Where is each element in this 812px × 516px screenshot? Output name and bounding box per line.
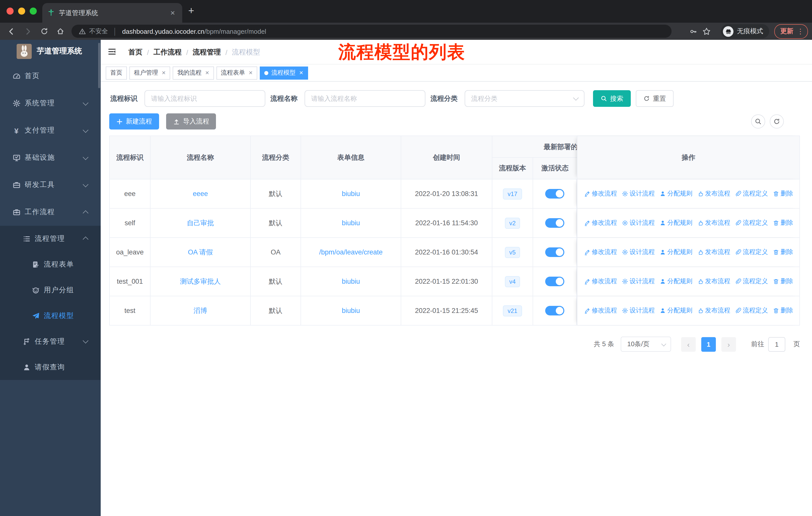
action-设计流程[interactable]: 设计流程 <box>621 277 655 286</box>
process-name-link[interactable]: OA 请假 <box>188 248 213 257</box>
sidebar-item-流程管理[interactable]: 流程管理 <box>0 226 101 251</box>
browser-tab[interactable]: 芋道管理系统 ✕ <box>42 3 182 23</box>
action-分配规则[interactable]: 分配规则 <box>659 189 692 198</box>
import-process-button[interactable]: 导入流程 <box>166 113 216 130</box>
forward-icon[interactable] <box>24 27 32 35</box>
sidebar-item-系统管理[interactable]: 系统管理 <box>0 90 101 117</box>
sidebar-scrollbar[interactable] <box>98 43 100 88</box>
action-流程定义[interactable]: 流程定义 <box>735 277 768 286</box>
form-info-link[interactable]: /bpm/oa/leave/create <box>319 248 383 256</box>
action-流程定义[interactable]: 流程定义 <box>735 306 768 315</box>
toggle-search-button[interactable] <box>751 114 765 129</box>
tag-我的流程[interactable]: 我的流程✕ <box>173 66 214 79</box>
page-1-button[interactable]: 1 <box>701 337 716 351</box>
tag-close-icon[interactable]: ✕ <box>249 70 253 76</box>
breadcrumb-item[interactable]: 首页 <box>128 48 142 57</box>
window-controls[interactable] <box>6 7 37 15</box>
action-设计流程[interactable]: 设计流程 <box>621 219 655 227</box>
sidebar-item-支付管理[interactable]: ¥支付管理 <box>0 117 101 144</box>
search-button[interactable]: 搜索 <box>593 90 631 107</box>
active-status-toggle[interactable] <box>545 218 564 228</box>
action-修改流程[interactable]: 修改流程 <box>584 277 617 286</box>
form-info-link[interactable]: biubiu <box>342 278 360 285</box>
tag-租户管理[interactable]: 租户管理✕ <box>129 66 170 79</box>
key-icon[interactable] <box>690 27 697 35</box>
reload-icon[interactable] <box>40 27 48 35</box>
process-name-input[interactable] <box>304 90 425 107</box>
action-发布流程[interactable]: 发布流程 <box>697 189 730 198</box>
process-name-link[interactable]: 滔博 <box>194 306 207 315</box>
process-category-select[interactable]: 流程分类 <box>465 90 584 107</box>
action-删除[interactable]: 删除 <box>773 277 793 286</box>
action-删除[interactable]: 删除 <box>773 189 793 198</box>
process-name-link[interactable]: 自己审批 <box>187 218 214 227</box>
form-info-link[interactable]: biubiu <box>342 219 360 227</box>
process-key-input[interactable] <box>144 90 265 107</box>
bookmark-star-icon[interactable] <box>702 27 711 35</box>
tag-流程模型[interactable]: 流程模型✕ <box>260 66 308 79</box>
action-删除[interactable]: 删除 <box>773 306 793 315</box>
action-修改流程[interactable]: 修改流程 <box>584 306 617 315</box>
active-status-toggle[interactable] <box>545 306 564 316</box>
action-发布流程[interactable]: 发布流程 <box>697 306 730 315</box>
form-info-link[interactable]: biubiu <box>342 307 360 315</box>
sidebar-item-请假查询[interactable]: 请假查询 <box>0 354 101 380</box>
tag-close-icon[interactable]: ✕ <box>162 70 166 76</box>
sidebar-item-用户分组[interactable]: 用户分组 <box>0 277 101 303</box>
active-status-toggle[interactable] <box>545 277 564 286</box>
breadcrumb-item[interactable]: 流程管理 <box>193 48 221 57</box>
action-发布流程[interactable]: 发布流程 <box>697 277 730 286</box>
goto-page-input[interactable] <box>768 337 785 351</box>
tag-首页[interactable]: 首页 <box>106 66 127 79</box>
action-修改流程[interactable]: 修改流程 <box>584 189 617 198</box>
close-window-button[interactable] <box>6 7 13 15</box>
active-status-toggle[interactable] <box>545 189 564 198</box>
action-流程定义[interactable]: 流程定义 <box>735 219 768 227</box>
not-secure-warning-icon[interactable] <box>79 27 86 35</box>
browser-update-button[interactable]: 更新 ⋮ <box>774 24 808 38</box>
new-tab-button[interactable]: + <box>188 5 194 17</box>
home-icon[interactable] <box>56 27 64 35</box>
action-设计流程[interactable]: 设计流程 <box>621 306 655 315</box>
sidebar-item-基础设施[interactable]: 基础设施 <box>0 144 101 171</box>
form-info-link[interactable]: biubiu <box>342 190 360 197</box>
url-bar[interactable]: 不安全 │ dashboard.yudao.iocoder.cn/bpm/man… <box>71 25 671 38</box>
action-设计流程[interactable]: 设计流程 <box>621 189 655 198</box>
back-icon[interactable] <box>7 27 16 35</box>
action-修改流程[interactable]: 修改流程 <box>584 248 617 256</box>
minimize-window-button[interactable] <box>18 7 25 15</box>
tag-close-icon[interactable]: ✕ <box>299 70 303 76</box>
reset-button[interactable]: 重置 <box>636 90 673 107</box>
sidebar-item-任务管理[interactable]: 任务管理 <box>0 329 101 354</box>
action-分配规则[interactable]: 分配规则 <box>659 306 692 315</box>
sidebar-item-研发工具[interactable]: 研发工具 <box>0 171 101 198</box>
action-分配规则[interactable]: 分配规则 <box>659 277 692 286</box>
sidebar-fold-icon[interactable] <box>108 47 116 56</box>
sidebar-item-首页[interactable]: 首页 <box>0 62 101 90</box>
sidebar-item-工作流程[interactable]: 工作流程 <box>0 198 101 226</box>
action-删除[interactable]: 删除 <box>773 219 793 227</box>
action-分配规则[interactable]: 分配规则 <box>659 219 692 227</box>
action-删除[interactable]: 删除 <box>773 248 793 256</box>
refresh-table-button[interactable] <box>770 114 784 129</box>
sidebar-item-流程模型[interactable]: 流程模型 <box>0 303 101 329</box>
action-分配规则[interactable]: 分配规则 <box>659 248 692 256</box>
breadcrumb-item[interactable]: 工作流程 <box>153 48 182 57</box>
action-流程定义[interactable]: 流程定义 <box>735 189 768 198</box>
tag-close-icon[interactable]: ✕ <box>205 70 209 76</box>
next-page-button[interactable]: › <box>721 337 736 351</box>
action-修改流程[interactable]: 修改流程 <box>584 219 617 227</box>
action-设计流程[interactable]: 设计流程 <box>621 248 655 256</box>
action-发布流程[interactable]: 发布流程 <box>697 248 730 256</box>
action-发布流程[interactable]: 发布流程 <box>697 219 730 227</box>
tab-close-icon[interactable]: ✕ <box>168 9 177 17</box>
active-status-toggle[interactable] <box>545 247 564 257</box>
sidebar-item-流程表单[interactable]: 流程表单 <box>0 251 101 277</box>
process-name-link[interactable]: eeee <box>193 190 208 197</box>
browser-menu-icon[interactable]: ⋮ <box>797 27 804 35</box>
process-name-link[interactable]: 测试多审批人 <box>180 277 221 286</box>
tag-流程表单[interactable]: 流程表单✕ <box>216 66 258 79</box>
page-size-select[interactable]: 10条/页 <box>621 336 671 352</box>
maximize-window-button[interactable] <box>30 7 37 15</box>
prev-page-button[interactable]: ‹ <box>681 337 696 351</box>
